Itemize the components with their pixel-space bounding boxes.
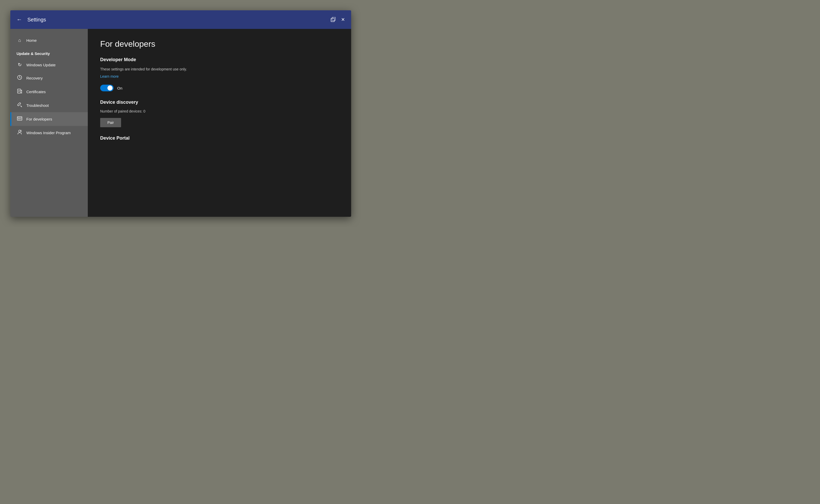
sidebar-item-for-developers[interactable]: For developers <box>10 112 88 126</box>
troubleshoot-label: Troubleshoot <box>26 103 49 108</box>
svg-rect-0 <box>332 17 335 21</box>
for-developers-icon <box>17 116 23 122</box>
titlebar-controls: ✕ <box>331 17 345 22</box>
sidebar-item-home[interactable]: ⌂ Home <box>10 34 88 47</box>
svg-rect-14 <box>21 118 21 119</box>
certificates-label: Certificates <box>26 90 46 94</box>
windows-insider-label: Windows Insider Program <box>26 131 71 135</box>
sidebar-section-title: Update & Security <box>10 47 88 58</box>
sidebar: ⌂ Home Update & Security ↻ Windows Updat… <box>10 29 88 217</box>
pair-button[interactable]: Pair <box>100 118 121 127</box>
svg-rect-1 <box>331 18 334 22</box>
device-portal-title: Device Portal <box>100 135 339 141</box>
titlebar-title: Settings <box>27 17 331 23</box>
device-discovery-title: Device discovery <box>100 100 339 105</box>
sidebar-item-troubleshoot[interactable]: Troubleshoot <box>10 99 88 112</box>
home-icon: ⌂ <box>17 38 23 43</box>
settings-window: ← Settings ✕ ⌂ Home Update & Security ↻ … <box>10 10 351 217</box>
sidebar-item-certificates[interactable]: Certificates <box>10 85 88 99</box>
titlebar: ← Settings ✕ <box>10 10 351 29</box>
troubleshoot-icon <box>17 102 23 109</box>
toggle-thumb <box>107 85 113 91</box>
close-button[interactable]: ✕ <box>341 17 345 22</box>
svg-rect-12 <box>18 118 19 119</box>
home-label: Home <box>26 38 37 43</box>
main-content: For developers Developer Mode These sett… <box>88 29 351 217</box>
windows-update-icon: ↻ <box>17 62 23 68</box>
toggle-label: On <box>117 86 122 90</box>
windows-insider-icon <box>17 130 23 136</box>
svg-line-4 <box>20 77 21 78</box>
paired-devices-info: Number of paired devices: 0 <box>100 109 339 113</box>
back-button[interactable]: ← <box>17 16 22 23</box>
developer-mode-title: Developer Mode <box>100 57 339 62</box>
recovery-icon <box>17 75 23 81</box>
page-title: For developers <box>100 39 339 49</box>
certificates-icon <box>17 89 23 95</box>
developer-mode-description: These settings are intended for developm… <box>100 67 339 72</box>
windows-update-label: Windows Update <box>26 63 55 67</box>
window-body: ⌂ Home Update & Security ↻ Windows Updat… <box>10 29 351 217</box>
svg-line-9 <box>21 106 22 107</box>
learn-more-link[interactable]: Learn more <box>100 74 119 78</box>
developer-mode-toggle-row: On <box>100 85 339 91</box>
for-developers-label: For developers <box>26 117 52 121</box>
sidebar-item-windows-update[interactable]: ↻ Windows Update <box>10 58 88 71</box>
developer-mode-toggle[interactable] <box>100 85 114 91</box>
svg-rect-13 <box>19 118 20 119</box>
sidebar-item-windows-insider[interactable]: Windows Insider Program <box>10 126 88 140</box>
restore-button[interactable] <box>331 17 336 22</box>
sidebar-item-recovery[interactable]: Recovery <box>10 71 88 85</box>
recovery-label: Recovery <box>26 76 43 80</box>
